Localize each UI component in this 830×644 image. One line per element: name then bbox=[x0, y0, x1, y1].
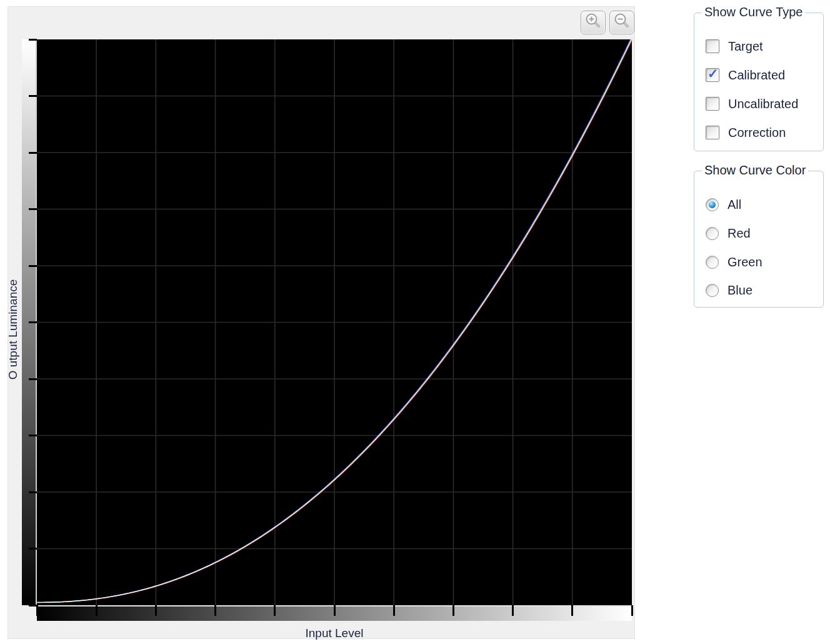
radio-label: Blue bbox=[728, 283, 752, 298]
checkbox-label: Target bbox=[728, 39, 763, 54]
blue-radio[interactable] bbox=[706, 284, 719, 297]
target-checkbox[interactable]: ✓ bbox=[706, 39, 719, 53]
y-axis-tick bbox=[29, 491, 37, 493]
x-axis-tick bbox=[334, 605, 336, 616]
all-radio[interactable] bbox=[706, 198, 719, 211]
show-curve-type-groupbox: Show Curve Type ✓ Target ✓ Calibrated ✓ … bbox=[694, 13, 824, 151]
y-axis-tick bbox=[29, 39, 37, 41]
groupbox-title: Show Curve Type bbox=[702, 5, 806, 19]
radio-row-red[interactable]: Red bbox=[706, 225, 751, 241]
uncalibrated-checkbox[interactable]: ✓ bbox=[706, 97, 719, 111]
radio-row-green[interactable]: Green bbox=[706, 254, 762, 270]
y-axis-tick bbox=[29, 378, 37, 380]
y-axis-tick bbox=[29, 265, 37, 267]
x-axis-tick bbox=[393, 605, 395, 616]
x-axis-tick bbox=[36, 605, 38, 616]
x-axis-tick bbox=[155, 605, 157, 616]
y-axis-tick bbox=[29, 321, 37, 323]
x-axis-tick bbox=[96, 605, 98, 616]
x-axis-tick bbox=[512, 605, 514, 616]
magnifier-minus-icon bbox=[613, 13, 631, 33]
x-axis-tick bbox=[452, 605, 454, 616]
checkbox-row-target[interactable]: ✓ Target bbox=[706, 38, 763, 54]
checkbox-label: Correction bbox=[728, 126, 786, 140]
show-curve-color-groupbox: Show Curve Color All Red Green Blue bbox=[694, 171, 824, 308]
checkbox-label: Uncalibrated bbox=[728, 97, 798, 111]
x-axis-tick bbox=[274, 605, 276, 616]
radio-label: Green bbox=[728, 255, 762, 269]
checkbox-row-uncalibrated[interactable]: ✓ Uncalibrated bbox=[706, 96, 798, 112]
x-axis-tick bbox=[214, 605, 216, 616]
gamma-curve-plot[interactable] bbox=[37, 39, 632, 605]
y-axis-label: O utput Luminance bbox=[6, 192, 20, 467]
red-radio[interactable] bbox=[706, 227, 719, 240]
zoom-out-button[interactable] bbox=[609, 11, 634, 34]
magnifier-plus-icon bbox=[584, 13, 602, 33]
correction-checkbox[interactable]: ✓ bbox=[706, 126, 719, 139]
radio-label: Red bbox=[728, 226, 751, 241]
checkmark-icon: ✓ bbox=[708, 66, 719, 81]
checkbox-row-calibrated[interactable]: ✓ Calibrated bbox=[706, 67, 785, 83]
chart-panel: O utput Luminance Input Level bbox=[8, 6, 635, 639]
y-axis-tick bbox=[29, 435, 37, 436]
zoom-in-button[interactable] bbox=[581, 11, 606, 34]
curve-chart-svg bbox=[37, 39, 632, 605]
checkbox-row-correction[interactable]: ✓ Correction bbox=[706, 124, 786, 141]
x-axis-tick bbox=[571, 605, 573, 616]
y-axis-tick bbox=[29, 208, 37, 210]
radio-row-all[interactable]: All bbox=[706, 196, 741, 213]
radio-row-blue[interactable]: Blue bbox=[706, 282, 752, 298]
y-axis-tick bbox=[29, 548, 37, 550]
y-axis-tick bbox=[29, 95, 37, 97]
radio-dot-icon bbox=[709, 201, 716, 208]
checkbox-label: Calibrated bbox=[728, 68, 785, 83]
calibrated-checkbox[interactable]: ✓ bbox=[706, 68, 719, 82]
radio-label: All bbox=[728, 198, 741, 212]
x-axis-label: Input Level bbox=[37, 626, 632, 640]
groupbox-title: Show Curve Color bbox=[702, 163, 808, 178]
green-radio[interactable] bbox=[706, 256, 719, 269]
x-axis-tick bbox=[631, 605, 633, 616]
y-axis-tick bbox=[29, 152, 37, 154]
